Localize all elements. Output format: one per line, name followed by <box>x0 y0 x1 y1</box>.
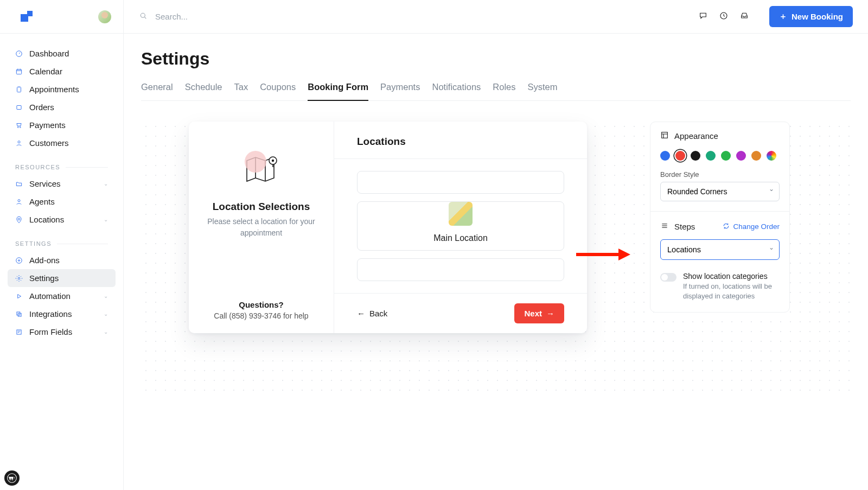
tab-schedule[interactable]: Schedule <box>185 82 222 100</box>
color-swatches <box>660 151 780 161</box>
steps-heading-row: Steps Change Order <box>660 221 780 232</box>
change-order-link[interactable]: Change Order <box>723 222 780 231</box>
calendar-icon <box>15 68 23 75</box>
nav-addons[interactable]: Add-ons <box>8 251 116 269</box>
preview-footer: ←Back Next→ <box>334 293 587 333</box>
border-style-select[interactable]: Rounded Corners <box>660 182 780 201</box>
chevron-down-icon: ⌄ <box>104 329 108 335</box>
nav-label: Appointments <box>29 85 79 94</box>
plus-icon: ＋ <box>779 11 787 22</box>
color-swatch-black[interactable] <box>691 151 700 161</box>
nav-label: Locations <box>29 215 64 224</box>
step-select[interactable]: Locations <box>660 239 780 260</box>
preview-title: Location Selections <box>213 201 310 213</box>
color-swatch-teal[interactable] <box>706 151 716 161</box>
preview-section-title: Locations <box>334 122 587 159</box>
toggle-title: Show location categories <box>683 272 780 281</box>
chevron-down-icon: ⌄ <box>104 181 108 187</box>
nav-appointments[interactable]: Appointments <box>8 80 116 98</box>
tab-roles[interactable]: Roles <box>493 82 515 100</box>
svg-rect-14 <box>18 313 21 316</box>
questions-title: Questions? <box>214 300 308 309</box>
location-option-main[interactable]: Main Location <box>357 201 564 251</box>
page-title: Settings <box>141 49 851 69</box>
copy-icon <box>15 310 23 318</box>
clipboard-icon <box>15 86 23 93</box>
svg-rect-20 <box>662 132 668 138</box>
chevron-down-icon: ⌄ <box>104 311 108 317</box>
questions-block: Questions? Call (858) 939-3746 for help <box>214 278 308 320</box>
nav-automation[interactable]: Automation⌄ <box>8 287 116 305</box>
tab-notifications[interactable]: Notifications <box>432 82 481 100</box>
location-option-empty[interactable] <box>357 258 564 281</box>
sidebar-header <box>0 0 123 34</box>
color-swatch-orange[interactable] <box>751 151 761 161</box>
nav-integrations[interactable]: Integrations⌄ <box>8 305 116 323</box>
nav-services[interactable]: Services⌄ <box>8 175 116 193</box>
chat-icon[interactable] <box>699 11 707 22</box>
next-button[interactable]: Next→ <box>514 303 564 323</box>
nav-label: Services <box>29 179 61 188</box>
toggle-description: If turned on, locations will be displaye… <box>683 282 780 301</box>
wordpress-badge-icon[interactable] <box>4 470 20 486</box>
user-avatar[interactable] <box>98 10 111 23</box>
tab-booking-form[interactable]: Booking Form <box>308 82 368 101</box>
show-categories-toggle[interactable] <box>660 273 676 282</box>
svg-rect-1 <box>27 11 33 16</box>
top-icons: ＋New Booking <box>699 6 853 27</box>
app-logo[interactable] <box>21 11 33 23</box>
map-illustration <box>244 154 279 187</box>
nav-orders[interactable]: Orders <box>8 98 116 116</box>
nav-locations[interactable]: Locations⌄ <box>8 211 116 228</box>
nav-customers[interactable]: Customers <box>8 134 116 152</box>
location-option-empty[interactable] <box>357 171 564 194</box>
color-swatch-custom[interactable] <box>767 151 776 161</box>
arrow-left-icon: ← <box>357 309 365 318</box>
search-input[interactable] <box>155 12 318 21</box>
appearance-heading: Appearance <box>660 131 780 141</box>
svg-rect-15 <box>17 329 21 334</box>
color-swatch-green[interactable] <box>721 151 731 161</box>
chevron-down-icon: ⌄ <box>104 293 108 299</box>
clock-icon[interactable] <box>719 11 728 22</box>
nav-settings[interactable]: Settings <box>8 269 116 287</box>
chevron-down-icon: ⌄ <box>104 217 108 222</box>
tab-tax[interactable]: Tax <box>234 82 248 100</box>
cart-icon <box>15 122 23 129</box>
gauge-icon <box>15 50 23 58</box>
svg-point-9 <box>18 199 20 201</box>
new-booking-button[interactable]: ＋New Booking <box>769 6 853 27</box>
step-select-wrap: Locations <box>660 239 780 260</box>
tab-payments[interactable]: Payments <box>380 82 420 100</box>
nav-label: Integrations <box>29 309 72 319</box>
nav-agents[interactable]: Agents <box>8 193 116 211</box>
color-swatch-blue[interactable] <box>660 151 670 161</box>
tab-general[interactable]: General <box>141 82 173 100</box>
location-label: Main Location <box>433 233 488 243</box>
nav-label: Payments <box>29 120 66 130</box>
folder-icon <box>15 180 23 188</box>
questions-phone: Call (858) 939-3746 for help <box>214 311 308 320</box>
user-icon <box>15 198 23 206</box>
gear-icon <box>15 275 23 282</box>
nav-form-fields[interactable]: Form Fields⌄ <box>8 323 116 341</box>
preview-right-panel: Locations Main Location ←Back <box>334 122 587 333</box>
content: Settings General Schedule Tax Coupons Bo… <box>124 34 868 408</box>
nav-dashboard[interactable]: Dashboard <box>8 44 116 62</box>
location-list: Main Location <box>334 159 587 293</box>
nav-primary: Dashboard Calendar Appointments Orders P… <box>0 34 123 341</box>
tab-coupons[interactable]: Coupons <box>260 82 296 100</box>
nav-label: Agents <box>29 197 55 206</box>
inbox-icon[interactable] <box>740 11 749 22</box>
back-button[interactable]: ←Back <box>357 309 387 318</box>
refresh-icon <box>723 222 730 231</box>
color-swatch-red[interactable] <box>675 151 685 161</box>
svg-point-12 <box>18 277 20 279</box>
tab-system[interactable]: System <box>528 82 558 100</box>
nav-payments[interactable]: Payments <box>8 116 116 134</box>
nav-calendar[interactable]: Calendar <box>8 62 116 80</box>
appearance-panel: Appearance Border Style <box>650 122 790 313</box>
nav-label: Orders <box>29 103 54 112</box>
svg-rect-3 <box>16 69 21 74</box>
color-swatch-purple[interactable] <box>736 151 746 161</box>
